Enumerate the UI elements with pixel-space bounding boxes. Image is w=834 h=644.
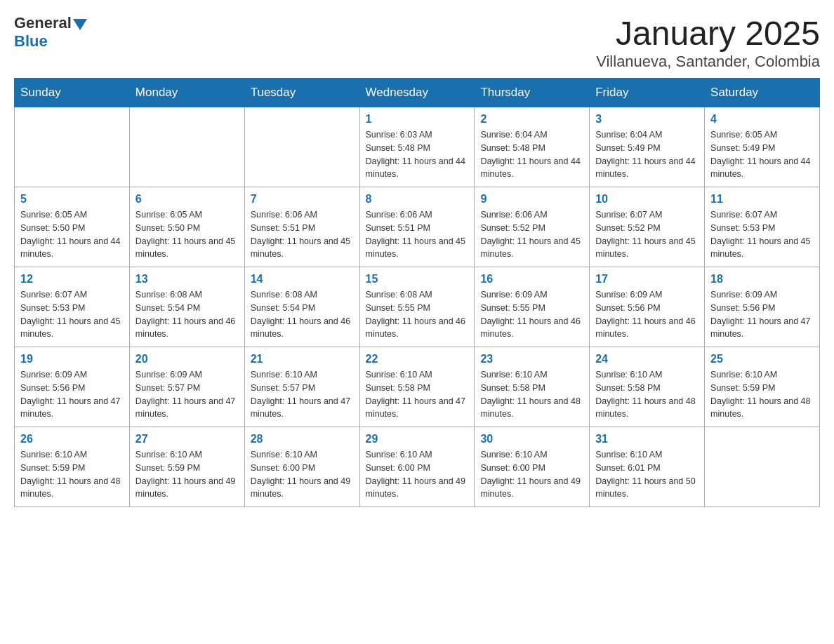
calendar-cell: 27Sunrise: 6:10 AMSunset: 5:59 PMDayligh… [129,427,244,507]
calendar: SundayMondayTuesdayWednesdayThursdayFrid… [14,78,820,507]
calendar-cell: 31Sunrise: 6:10 AMSunset: 6:01 PMDayligh… [590,427,705,507]
day-number: 21 [251,353,354,365]
calendar-cell: 6Sunrise: 6:05 AMSunset: 5:50 PMDaylight… [129,187,244,267]
calendar-cell: 3Sunrise: 6:04 AMSunset: 5:49 PMDaylight… [590,107,705,187]
day-number: 18 [710,273,814,286]
calendar-cell: 30Sunrise: 6:10 AMSunset: 6:00 PMDayligh… [475,427,590,507]
day-number: 9 [480,193,583,206]
day-info: Sunrise: 6:08 AMSunset: 5:54 PMDaylight:… [251,288,354,341]
calendar-header-saturday: Saturday [705,79,820,107]
calendar-cell: 20Sunrise: 6:09 AMSunset: 5:57 PMDayligh… [129,347,244,427]
calendar-header-sunday: Sunday [15,79,130,107]
day-number: 6 [135,193,239,206]
calendar-week-5: 26Sunrise: 6:10 AMSunset: 5:59 PMDayligh… [15,427,820,507]
day-number: 20 [135,353,239,365]
calendar-cell: 26Sunrise: 6:10 AMSunset: 5:59 PMDayligh… [15,427,130,507]
day-info: Sunrise: 6:10 AMSunset: 6:00 PMDaylight:… [251,448,354,501]
day-info: Sunrise: 6:08 AMSunset: 5:55 PMDaylight:… [366,288,469,341]
day-info: Sunrise: 6:10 AMSunset: 5:59 PMDaylight:… [135,448,239,501]
day-number: 26 [20,433,124,445]
day-info: Sunrise: 6:05 AMSunset: 5:50 PMDaylight:… [135,208,239,261]
day-number: 25 [710,353,814,365]
day-info: Sunrise: 6:09 AMSunset: 5:55 PMDaylight:… [480,288,583,341]
calendar-header-friday: Friday [590,79,705,107]
day-info: Sunrise: 6:06 AMSunset: 5:51 PMDaylight:… [251,208,354,261]
logo-triangle-icon [73,19,87,30]
calendar-cell: 11Sunrise: 6:07 AMSunset: 5:53 PMDayligh… [705,187,820,267]
day-number: 23 [480,353,583,365]
calendar-cell: 13Sunrise: 6:08 AMSunset: 5:54 PMDayligh… [129,267,244,347]
calendar-cell: 2Sunrise: 6:04 AMSunset: 5:48 PMDaylight… [475,107,590,187]
calendar-cell [15,107,130,187]
day-number: 17 [595,273,699,286]
title-area: January 2025 Villanueva, Santander, Colo… [596,14,820,71]
day-number: 1 [366,113,469,126]
calendar-cell: 1Sunrise: 6:03 AMSunset: 5:48 PMDaylight… [359,107,475,187]
day-info: Sunrise: 6:09 AMSunset: 5:56 PMDaylight:… [595,288,699,341]
calendar-week-1: 1Sunrise: 6:03 AMSunset: 5:48 PMDaylight… [15,107,820,187]
calendar-cell [244,107,359,187]
calendar-cell: 16Sunrise: 6:09 AMSunset: 5:55 PMDayligh… [475,267,590,347]
day-info: Sunrise: 6:03 AMSunset: 5:48 PMDaylight:… [366,128,469,181]
day-info: Sunrise: 6:04 AMSunset: 5:48 PMDaylight:… [480,128,583,181]
day-info: Sunrise: 6:10 AMSunset: 6:01 PMDaylight:… [595,448,699,501]
day-info: Sunrise: 6:10 AMSunset: 5:57 PMDaylight:… [251,368,354,421]
day-number: 8 [366,193,469,206]
calendar-cell: 17Sunrise: 6:09 AMSunset: 5:56 PMDayligh… [590,267,705,347]
day-number: 16 [480,273,583,286]
calendar-week-2: 5Sunrise: 6:05 AMSunset: 5:50 PMDaylight… [15,187,820,267]
day-number: 7 [251,193,354,206]
day-number: 3 [595,113,699,126]
header: General Blue January 2025 Villanueva, Sa… [14,14,820,71]
day-info: Sunrise: 6:07 AMSunset: 5:53 PMDaylight:… [20,288,124,341]
day-number: 30 [480,433,583,445]
calendar-header-monday: Monday [129,79,244,107]
day-number: 4 [710,113,814,126]
day-number: 29 [366,433,469,445]
calendar-header-thursday: Thursday [475,79,590,107]
day-number: 14 [251,273,354,286]
logo-general: General [14,14,72,32]
day-info: Sunrise: 6:09 AMSunset: 5:56 PMDaylight:… [20,368,124,421]
day-info: Sunrise: 6:10 AMSunset: 6:00 PMDaylight:… [366,448,469,501]
calendar-cell: 18Sunrise: 6:09 AMSunset: 5:56 PMDayligh… [705,267,820,347]
day-info: Sunrise: 6:10 AMSunset: 5:59 PMDaylight:… [710,368,814,421]
day-number: 27 [135,433,239,445]
calendar-cell: 10Sunrise: 6:07 AMSunset: 5:52 PMDayligh… [590,187,705,267]
calendar-cell [129,107,244,187]
calendar-cell: 7Sunrise: 6:06 AMSunset: 5:51 PMDaylight… [244,187,359,267]
day-info: Sunrise: 6:05 AMSunset: 5:49 PMDaylight:… [710,128,814,181]
calendar-week-3: 12Sunrise: 6:07 AMSunset: 5:53 PMDayligh… [15,267,820,347]
day-number: 28 [251,433,354,445]
calendar-week-4: 19Sunrise: 6:09 AMSunset: 5:56 PMDayligh… [15,347,820,427]
calendar-cell: 24Sunrise: 6:10 AMSunset: 5:58 PMDayligh… [590,347,705,427]
logo-blue: Blue [14,32,48,50]
day-info: Sunrise: 6:06 AMSunset: 5:52 PMDaylight:… [480,208,583,261]
day-number: 22 [366,353,469,365]
day-number: 24 [595,353,699,365]
calendar-header-wednesday: Wednesday [359,79,475,107]
day-info: Sunrise: 6:10 AMSunset: 5:58 PMDaylight:… [366,368,469,421]
day-info: Sunrise: 6:07 AMSunset: 5:53 PMDaylight:… [710,208,814,261]
day-number: 19 [20,353,124,365]
day-number: 15 [366,273,469,286]
day-info: Sunrise: 6:10 AMSunset: 5:58 PMDaylight:… [480,368,583,421]
calendar-cell: 8Sunrise: 6:06 AMSunset: 5:51 PMDaylight… [359,187,475,267]
calendar-cell: 22Sunrise: 6:10 AMSunset: 5:58 PMDayligh… [359,347,475,427]
logo: General Blue [14,14,87,51]
day-number: 10 [595,193,699,206]
calendar-cell: 14Sunrise: 6:08 AMSunset: 5:54 PMDayligh… [244,267,359,347]
calendar-cell: 28Sunrise: 6:10 AMSunset: 6:00 PMDayligh… [244,427,359,507]
day-info: Sunrise: 6:10 AMSunset: 5:59 PMDaylight:… [20,448,124,501]
calendar-cell: 19Sunrise: 6:09 AMSunset: 5:56 PMDayligh… [15,347,130,427]
calendar-cell: 4Sunrise: 6:05 AMSunset: 5:49 PMDaylight… [705,107,820,187]
calendar-header-tuesday: Tuesday [244,79,359,107]
location-title: Villanueva, Santander, Colombia [596,53,820,71]
calendar-cell [705,427,820,507]
day-number: 5 [20,193,124,206]
day-info: Sunrise: 6:04 AMSunset: 5:49 PMDaylight:… [595,128,699,181]
calendar-cell: 15Sunrise: 6:08 AMSunset: 5:55 PMDayligh… [359,267,475,347]
calendar-header-row: SundayMondayTuesdayWednesdayThursdayFrid… [15,79,820,107]
calendar-cell: 29Sunrise: 6:10 AMSunset: 6:00 PMDayligh… [359,427,475,507]
calendar-cell: 25Sunrise: 6:10 AMSunset: 5:59 PMDayligh… [705,347,820,427]
